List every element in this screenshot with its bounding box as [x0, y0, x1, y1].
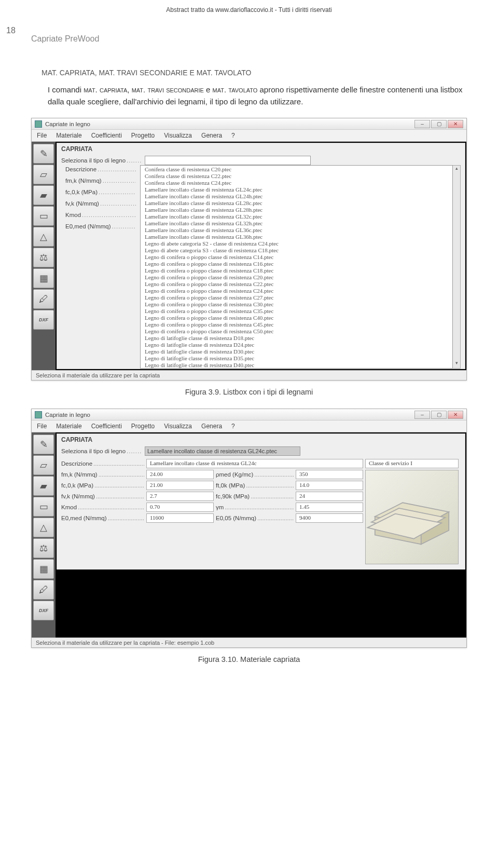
scrollbar-vertical[interactable]: ▴ ▾ — [453, 165, 461, 369]
list-item[interactable]: Lamellare incollato classe di resistenza… — [141, 193, 452, 199]
list-item[interactable]: Legno di conifera o pioppo classe di res… — [141, 267, 452, 274]
list-item[interactable]: Legno di conifera o pioppo classe di res… — [141, 301, 452, 307]
value-pmed[interactable]: 350 — [296, 470, 363, 479]
tool-icon-2[interactable]: ▱ — [33, 165, 54, 184]
maximize-button-2[interactable]: ▢ — [431, 411, 447, 419]
tool2-icon-1[interactable]: ✎ — [33, 435, 54, 454]
tool-icon-6[interactable]: ⚖ — [33, 248, 54, 267]
list-item[interactable]: Lamellare incollato classe di resistenza… — [141, 220, 452, 226]
list-item[interactable]: Legno di conifera o pioppo classe di res… — [141, 287, 452, 294]
value-e005[interactable]: 9400 — [296, 513, 363, 523]
value-fc90k[interactable]: 24 — [296, 492, 363, 501]
close-button[interactable]: ✕ — [448, 120, 463, 128]
value-kmod[interactable]: 0.70 — [146, 503, 214, 512]
figure-caption-1: Figura 3.9. Listbox con i tipi di legnam… — [0, 388, 498, 396]
panel-title: CAPRIATA — [57, 143, 465, 155]
list-item[interactable]: Legno di abete categoria S2 - classe di … — [141, 240, 452, 247]
tool2-icon-2[interactable]: ▱ — [33, 455, 54, 475]
list-item[interactable]: Legno di conifera o pioppo classe di res… — [141, 280, 452, 287]
tool-icon-5[interactable]: △ — [33, 227, 54, 247]
menu-coefficienti[interactable]: Coefficienti — [91, 132, 122, 139]
menu-materiale-2[interactable]: Materiale — [56, 423, 81, 430]
value-ym[interactable]: 1.45 — [296, 503, 363, 512]
value-fc0k[interactable]: 21.00 — [146, 481, 214, 490]
list-item[interactable]: Lamellare incollato classe di resistenza… — [141, 186, 452, 193]
list-item[interactable]: Lamellare incollato classe di resistenza… — [141, 199, 452, 206]
list-item[interactable]: Legno di conifera o pioppo classe di res… — [141, 314, 452, 321]
value-descrizione[interactable]: Lamellare incollato classe di resistenza… — [146, 459, 363, 468]
tool2-icon-8[interactable]: 🖊 — [33, 580, 54, 600]
body-paragraph: I comandi mat. capriata, mat. travi seco… — [48, 84, 467, 107]
menu-progetto-2[interactable]: Progetto — [131, 423, 155, 430]
menu-visualizza-2[interactable]: Visualizza — [164, 423, 192, 430]
list-item[interactable]: Legno di conifera o pioppo classe di res… — [141, 328, 452, 334]
label-fc0k-2: fc,0,k (MPa) — [61, 482, 144, 489]
tool2-icon-3[interactable]: ▰ — [33, 476, 54, 496]
wood-type-dropdown-2[interactable]: Lamellare incollato classe di resistenza… — [145, 446, 300, 456]
list-item[interactable]: Legno di conifera o pioppo classe di res… — [141, 294, 452, 301]
menu-genera-2[interactable]: Genera — [201, 423, 222, 430]
list-item[interactable]: Legno di conifera o pioppo classe di res… — [141, 321, 452, 328]
tool-icon-7[interactable]: ▦ — [33, 268, 54, 288]
list-item[interactable]: Legno di latifoglie classe di resistenza… — [141, 341, 452, 348]
tool-icon-8[interactable]: 🖊 — [33, 289, 54, 309]
value-fmk[interactable]: 24.00 — [146, 470, 214, 479]
wood-thumbnail — [365, 470, 459, 564]
label-fc0k: fc,0,k (MPa) — [65, 189, 136, 195]
list-item[interactable]: Lamellare incollato classe di resistenza… — [141, 226, 452, 233]
tool2-icon-4[interactable]: ▭ — [33, 497, 54, 517]
list-item[interactable]: Legno di latifoglie classe di resistenza… — [141, 334, 452, 341]
list-item[interactable]: Lamellare incollato classe di resistenza… — [141, 206, 452, 213]
minimize-button-2[interactable]: – — [414, 411, 430, 419]
tool-icon-4[interactable]: ▭ — [33, 206, 54, 226]
menu-visualizza[interactable]: Visualizza — [164, 132, 192, 139]
toolbar-sidebar-2: ✎ ▱ ▰ ▭ △ ⚖ ▦ 🖊 DXF — [32, 432, 56, 638]
tool-icon-dxf[interactable]: DXF — [33, 310, 54, 330]
list-item[interactable]: Legno di conifera o pioppo classe di res… — [141, 307, 452, 314]
menu-genera[interactable]: Genera — [201, 132, 222, 139]
list-item[interactable]: Legno di conifera o pioppo classe di res… — [141, 274, 452, 280]
list-item[interactable]: Lamellare incollato classe di resistenza… — [141, 213, 452, 220]
list-item[interactable]: Legno di latifoglie classe di resistenza… — [141, 355, 452, 361]
value-fvk[interactable]: 2.7 — [146, 492, 214, 501]
statusbar-2: Seleziona il materiale da utilizzare per… — [32, 638, 466, 647]
body-sc1: mat. capriata — [84, 85, 127, 94]
menu-file[interactable]: File — [37, 132, 47, 139]
tool-icon-3[interactable]: ▰ — [33, 185, 54, 205]
tool2-icon-7[interactable]: ▦ — [33, 559, 54, 579]
menu-help-2[interactable]: ? — [231, 423, 235, 430]
list-item[interactable]: Conifera classe di resistenza C24.ptec — [141, 179, 452, 186]
list-item[interactable]: Legno di latifoglie classe di resistenza… — [141, 361, 452, 368]
scroll-down-icon[interactable]: ▾ — [453, 360, 460, 368]
value-ft0k[interactable]: 14.0 — [296, 481, 363, 490]
list-item[interactable]: Conifera classe di resistenza C22.ptec — [141, 172, 452, 179]
tool-icon-1[interactable]: ✎ — [33, 144, 54, 164]
tool2-icon-dxf[interactable]: DXF — [33, 601, 54, 620]
list-item[interactable]: Legno di abete categoria S3 - classe di … — [141, 247, 452, 253]
wood-listbox[interactable]: Conifera classe di resistenza C20.ptecCo… — [140, 165, 453, 369]
menu-help[interactable]: ? — [231, 132, 235, 139]
maximize-button[interactable]: ▢ — [431, 120, 447, 128]
scroll-up-icon[interactable]: ▴ — [453, 166, 460, 173]
label-descrizione-2: Descrizione — [61, 460, 144, 467]
value-class-service[interactable]: Classe di servizio I — [365, 459, 459, 468]
wood-type-dropdown[interactable] — [145, 156, 311, 165]
menu-coefficienti-2[interactable]: Coefficienti — [91, 423, 122, 430]
list-item[interactable]: Legno di conifera o pioppo classe di res… — [141, 253, 452, 260]
list-item[interactable]: Legno di latifoglie classe di resistenza… — [141, 348, 452, 355]
label-ym: γm — [216, 504, 294, 510]
body-p1: I comandi — [48, 85, 84, 94]
label-fmk-2: fm,k (N/mmq) — [61, 471, 144, 478]
menu-progetto[interactable]: Progetto — [131, 132, 155, 139]
label-kmod: Kmod — [65, 212, 136, 218]
list-item[interactable]: Conifera classe di resistenza C20.ptec — [141, 166, 452, 172]
list-item[interactable]: Legno di conifera o pioppo classe di res… — [141, 260, 452, 267]
tool2-icon-6[interactable]: ⚖ — [33, 538, 54, 558]
minimize-button[interactable]: – — [414, 120, 430, 128]
menu-materiale[interactable]: Materiale — [56, 132, 81, 139]
value-e0med[interactable]: 11600 — [146, 513, 214, 523]
close-button-2[interactable]: ✕ — [448, 411, 463, 419]
tool2-icon-5[interactable]: △ — [33, 518, 54, 537]
menu-file-2[interactable]: File — [37, 423, 47, 430]
list-item[interactable]: Lamellare incollato classe di resistenza… — [141, 233, 452, 240]
